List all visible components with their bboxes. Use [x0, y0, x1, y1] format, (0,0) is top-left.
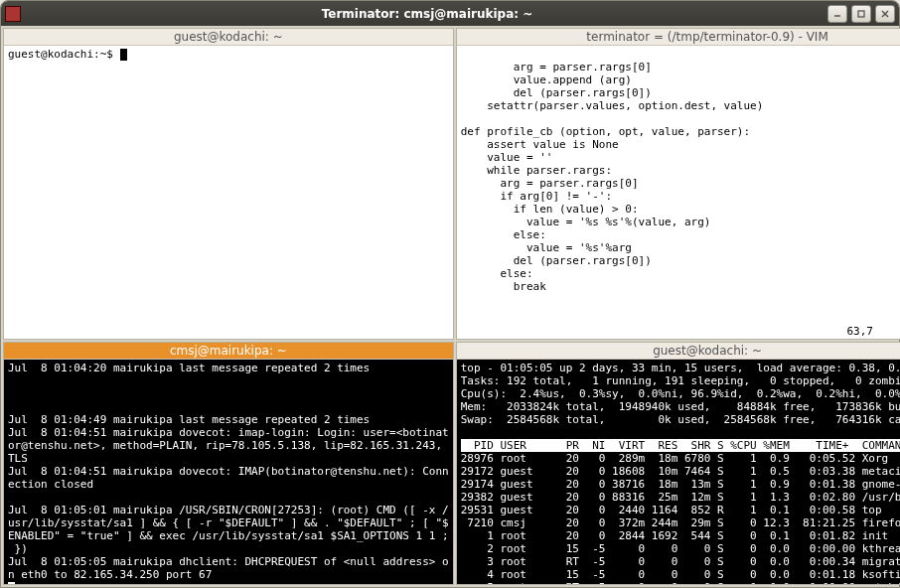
pane-top-right[interactable]: terminator = (/tmp/terminator-0.9) - VIM…: [456, 28, 900, 340]
terminal-tl[interactable]: guest@kodachi:~$: [4, 46, 453, 339]
pane-title-br: guest@kodachi: ~: [457, 343, 900, 360]
window-title: Terminator: cmsj@mairukipa: ~: [27, 7, 827, 21]
close-button[interactable]: [875, 5, 895, 23]
vim-code: arg = parser.rargs[0] value.append (arg)…: [461, 61, 764, 293]
pane-bottom-left[interactable]: cmsj@mairukipa: ~ Jul 8 01:04:20 mairuki…: [3, 342, 454, 585]
pane-bottom-right[interactable]: guest@kodachi: ~ top - 01:05:05 up 2 day…: [456, 342, 900, 585]
cursor-icon: [8, 582, 15, 584]
prompt-tl: guest@kodachi:~$: [8, 48, 120, 61]
pane-title-bl: cmsj@mairukipa: ~: [4, 343, 453, 360]
pane-top-left[interactable]: guest@kodachi: ~ guest@kodachi:~$: [3, 28, 454, 340]
top-column-header: PID USER PR NI VIRT RES SHR S %CPU %MEM …: [461, 439, 900, 452]
pane-title-tr: terminator = (/tmp/terminator-0.9) - VIM: [457, 29, 900, 46]
main-window: Terminator: cmsj@mairukipa: ~ guest@koda…: [0, 0, 900, 588]
terminal-bl[interactable]: Jul 8 01:04:20 mairukipa last message re…: [4, 360, 453, 584]
pane-title-tl: guest@kodachi: ~: [4, 29, 453, 46]
window-buttons: [827, 5, 895, 23]
minimize-button[interactable]: [827, 5, 847, 23]
pane-grid: guest@kodachi: ~ guest@kodachi:~$ termin…: [1, 26, 899, 587]
terminal-tr[interactable]: arg = parser.rargs[0] value.append (arg)…: [457, 46, 900, 339]
terminal-br[interactable]: top - 01:05:05 up 2 days, 33 min, 15 use…: [457, 360, 900, 584]
app-icon: [5, 6, 21, 22]
top-rows: 28976 root 20 0 289m 18m 6780 S 1 0.9 0:…: [461, 452, 900, 584]
maximize-button[interactable]: [851, 5, 871, 23]
vim-status: 63,7 50%: [846, 325, 900, 338]
top-summary: top - 01:05:05 up 2 days, 33 min, 15 use…: [461, 362, 900, 426]
cursor-icon: [120, 49, 127, 61]
syslog-text: Jul 8 01:04:20 mairukipa last message re…: [8, 362, 449, 581]
titlebar[interactable]: Terminator: cmsj@mairukipa: ~: [1, 1, 899, 26]
svg-rect-1: [858, 11, 864, 17]
